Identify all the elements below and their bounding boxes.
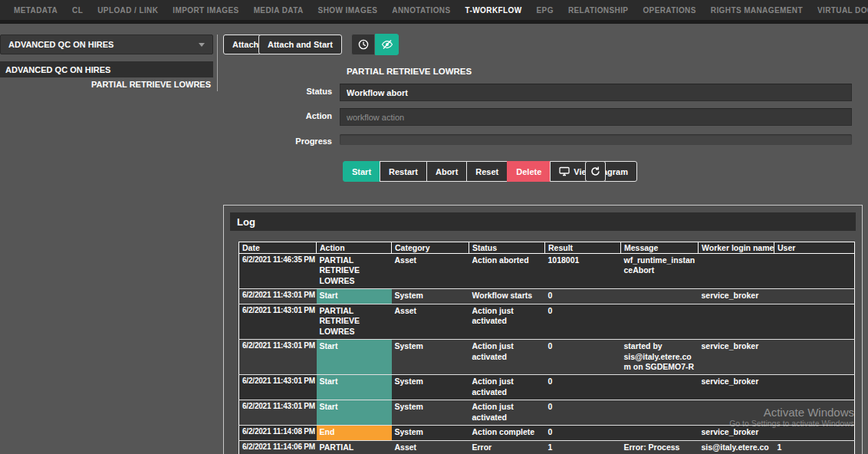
log-cell-message: started by sis@italy.etere.com on SGDEMO… xyxy=(621,340,699,375)
log-cell-date: 6/2/2021 11:43:01 PM xyxy=(239,289,317,304)
log-row[interactable]: 6/2/2021 11:46:35 PMPARTIAL RETRIEVE LOW… xyxy=(239,254,855,289)
log-row[interactable]: 6/2/2021 11:43:01 PMStartSystemAction ju… xyxy=(239,375,855,400)
log-table-body: 6/2/2021 11:46:35 PMPARTIAL RETRIEVE LOW… xyxy=(239,254,855,454)
log-cell-category: System xyxy=(392,340,469,375)
log-cell-category: System xyxy=(392,400,469,426)
workflow-page: METADATACLUPLOAD / LINKIMPORT IMAGESMEDI… xyxy=(0,0,868,454)
log-cell-action: PARTIAL RETRIEVE LOWRES xyxy=(317,440,392,454)
log-cell-status: Error xyxy=(469,440,545,454)
nav-item-cl[interactable]: CL xyxy=(72,6,83,15)
log-row[interactable]: 6/2/2021 11:14:06 PMPARTIAL RETRIEVE LOW… xyxy=(239,440,855,454)
nav-item-operations[interactable]: OPERATIONS xyxy=(643,6,695,15)
restart-button[interactable]: Restart xyxy=(380,161,427,182)
log-cell-action: Start xyxy=(317,289,392,304)
log-cell-date: 6/2/2021 11:46:35 PM xyxy=(239,254,317,289)
nav-item-show-images[interactable]: SHOW IMAGES xyxy=(318,6,378,15)
nav-item-rights-management[interactable]: RIGHTS MANAGEMENT xyxy=(711,6,803,15)
refresh-button[interactable] xyxy=(585,161,606,182)
nav-item-metadata[interactable]: METADATA xyxy=(14,6,58,15)
log-cell-result: 0 xyxy=(545,400,621,426)
nav-item-virtual-documents[interactable]: VIRTUAL DOCUMENTS xyxy=(817,6,868,15)
log-cell-result: 0 xyxy=(545,426,621,440)
action-field[interactable] xyxy=(340,108,852,126)
log-cell-worker: service_broker xyxy=(699,426,774,440)
log-panel-title: Log xyxy=(230,212,856,231)
log-table-header-row: DateActionCategoryStatusResultMessageWor… xyxy=(239,242,855,254)
log-row[interactable]: 6/2/2021 11:43:01 PMStartSystemAction ju… xyxy=(239,340,855,375)
log-table: DateActionCategoryStatusResultMessageWor… xyxy=(238,242,855,454)
log-cell-worker xyxy=(699,254,774,289)
clock-icon xyxy=(358,39,369,50)
log-cell-date: 6/2/2021 11:43:01 PM xyxy=(239,340,317,375)
chevron-down-icon xyxy=(199,43,205,47)
log-cell-message xyxy=(621,375,699,400)
view-toggle-group xyxy=(351,34,399,55)
log-cell-user xyxy=(774,254,855,289)
progress-bar xyxy=(340,134,852,145)
status-label: Status xyxy=(0,87,332,96)
sidebar-divider xyxy=(217,35,218,91)
log-cell-status: Workflow starts xyxy=(469,289,545,304)
log-cell-status: Action just activated xyxy=(469,400,545,426)
log-cell-user: 1 xyxy=(774,440,855,454)
column-header-category: Category xyxy=(392,242,469,254)
status-field[interactable] xyxy=(340,84,852,101)
log-cell-result: 1018001 xyxy=(545,254,621,289)
log-row[interactable]: 6/2/2021 11:14:08 PMEndSystemAction comp… xyxy=(239,426,855,440)
nav-item-import-images[interactable]: IMPORT IMAGES xyxy=(173,6,238,15)
log-cell-action: End xyxy=(317,426,392,440)
log-cell-status: Action aborted xyxy=(469,254,545,289)
log-cell-status: Action just activated xyxy=(469,340,545,375)
workflow-title: PARTIAL RETRIEVE LOWRES xyxy=(347,67,472,76)
log-cell-worker: service_broker xyxy=(699,340,774,375)
eye-slash-icon xyxy=(381,39,393,50)
log-cell-date: 6/2/2021 11:43:01 PM xyxy=(239,304,317,339)
log-cell-status: Action complete xyxy=(469,426,545,440)
workflow-group-header: ADVANCED QC ON HIRES xyxy=(0,61,213,77)
log-cell-user xyxy=(774,426,855,440)
log-cell-user xyxy=(774,340,855,375)
log-cell-message xyxy=(621,289,699,304)
log-cell-date: 6/2/2021 11:14:06 PM xyxy=(239,440,317,454)
workflow-select[interactable]: ADVANCED QC ON HIRES xyxy=(0,35,213,54)
log-cell-worker: service_broker xyxy=(699,289,774,304)
delete-button[interactable]: Delete xyxy=(507,161,551,182)
log-panel: Log DateActionCategoryStatusResultMessag… xyxy=(223,205,863,454)
nav-item-annotations[interactable]: ANNOTATIONS xyxy=(392,6,450,15)
log-cell-result: 0 xyxy=(545,289,621,304)
attach-and-start-button[interactable]: Attach and Start xyxy=(258,35,342,54)
column-header-worker-login-name: Worker login name xyxy=(699,242,774,254)
log-cell-action: PARTIAL RETRIEVE LOWRES xyxy=(317,304,392,339)
log-row[interactable]: 6/2/2021 11:43:01 PMStartSystemWorkflow … xyxy=(239,289,855,304)
column-header-date: Date xyxy=(239,242,317,254)
log-cell-message xyxy=(621,400,699,426)
nav-item-t-workflow[interactable]: T-WORKFLOW xyxy=(465,6,522,15)
log-cell-action: Start xyxy=(317,400,392,426)
column-header-user: User xyxy=(774,242,855,254)
log-cell-result: 0 xyxy=(545,340,621,375)
column-header-status: Status xyxy=(469,242,545,254)
column-header-action: Action xyxy=(317,242,392,254)
nav-item-epg[interactable]: EPG xyxy=(537,6,554,15)
log-cell-category: Asset xyxy=(392,254,469,289)
nav-item-relationship[interactable]: RELATIONSHIP xyxy=(568,6,629,15)
log-cell-result: 0 xyxy=(545,375,621,400)
nav-item-media-data[interactable]: MEDIA DATA xyxy=(254,6,304,15)
log-cell-result: 0 xyxy=(545,304,621,339)
visibility-button[interactable] xyxy=(375,34,399,55)
log-row[interactable]: 6/2/2021 11:43:01 PMPARTIAL RETRIEVE LOW… xyxy=(239,304,855,339)
log-cell-action: Start xyxy=(317,340,392,375)
log-cell-action: PARTIAL RETRIEVE LOWRES xyxy=(317,254,392,289)
history-clock-button[interactable] xyxy=(351,34,375,55)
abort-button[interactable]: Abort xyxy=(426,161,467,182)
log-cell-status: Action just activated xyxy=(469,304,545,339)
log-cell-category: System xyxy=(392,289,469,304)
log-cell-worker xyxy=(699,400,774,426)
log-cell-category: Asset xyxy=(392,304,469,339)
log-row[interactable]: 6/2/2021 11:43:01 PMStartSystemAction ju… xyxy=(239,400,855,426)
log-cell-message: wf_runtime_instanceAbort xyxy=(621,254,699,289)
log-cell-user xyxy=(774,289,855,304)
nav-item-upload-link[interactable]: UPLOAD / LINK xyxy=(97,6,158,15)
start-button[interactable]: Start xyxy=(343,161,380,182)
reset-button[interactable]: Reset xyxy=(466,161,508,182)
